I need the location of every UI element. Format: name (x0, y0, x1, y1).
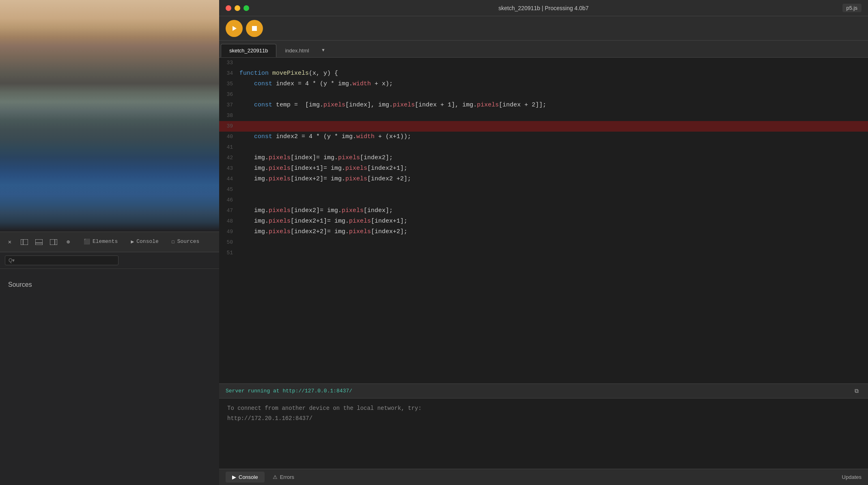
tab-console[interactable]: ▶ Console (124, 235, 165, 249)
tab-sketch[interactable]: sketch_220911b (221, 44, 276, 57)
code-line-47: 47 img.pixels[index2]= img.pixels[index]… (219, 206, 868, 216)
p5js-badge: p5.js (842, 4, 862, 12)
canvas-output (0, 0, 219, 232)
code-line-50: 50 (219, 237, 868, 248)
code-line-45: 45 (219, 184, 868, 195)
code-line-48: 48 img.pixels[index2+1]= img.pixels[inde… (219, 216, 868, 227)
console-output: To connect from another device on the lo… (219, 398, 868, 469)
code-line-38: 38 (219, 110, 868, 121)
svg-rect-2 (35, 239, 43, 245)
run-button[interactable] (226, 20, 243, 37)
code-line-35: 35 const index = 4 * (y * img.width + x)… (219, 79, 868, 89)
copy-icon[interactable]: ⧉ (852, 386, 862, 396)
panel-right-icon[interactable] (48, 236, 59, 248)
panel-bottom-icon[interactable] (33, 236, 45, 248)
code-line-36: 36 (219, 89, 868, 100)
code-line-46: 46 (219, 195, 868, 206)
window-title: sketch_220911b | Processing 4.0b7 (498, 5, 588, 11)
tab-sources[interactable]: ☐ Sources (165, 235, 206, 249)
search-input[interactable] (5, 255, 118, 265)
console-line-2: http://172.20.1.162:8437/ (227, 414, 860, 424)
server-status-text: Server running at http://127.0.0.1:8437/ (226, 388, 849, 394)
sources-panel-content: Sources (0, 269, 219, 301)
close-button[interactable] (226, 5, 231, 11)
code-editor: 33 34 function movePixels(x, y) { 35 con… (219, 58, 868, 383)
ide-toolbar (219, 16, 868, 41)
console-terminal-icon: ▶ (232, 474, 236, 480)
minimize-button[interactable] (235, 5, 240, 11)
code-line-33: 33 (219, 58, 868, 68)
console-tab-console[interactable]: ▶ Console (226, 472, 265, 483)
devtools-toolbar: ✕ ⊕ ⬛ Elements ▶ (0, 232, 219, 252)
tab-index-html[interactable]: index.html (276, 44, 317, 57)
close-devtools-icon[interactable]: ✕ (4, 236, 15, 248)
console-icon: ▶ (131, 238, 134, 245)
code-line-51: 51 (219, 248, 868, 258)
sources-label: Sources (8, 281, 32, 288)
code-line-49: 49 img.pixels[index2+2]= img.pixels[inde… (219, 227, 868, 237)
traffic-lights (226, 5, 249, 11)
elements-icon: ⬛ (84, 238, 90, 245)
tab-elements[interactable]: ⬛ Elements (77, 235, 124, 249)
inspect-icon[interactable]: ⊕ (62, 236, 74, 248)
maximize-button[interactable] (243, 5, 249, 11)
console-status-bar: Server running at http://127.0.0.1:8437/… (219, 384, 868, 398)
code-line-37: 37 const temp = [img.pixels[index], img.… (219, 100, 868, 110)
devtools-panel: ✕ ⊕ ⬛ Elements ▶ (0, 232, 219, 485)
console-line-1: To connect from another device on the lo… (227, 403, 860, 414)
sidebar-toggle-icon[interactable] (19, 236, 30, 248)
code-line-42: 42 img.pixels[index]= img.pixels[index2]… (219, 153, 868, 163)
tab-dropdown-button[interactable]: ▾ (318, 44, 329, 56)
devtools-tab-group: ⬛ Elements ▶ Console ☐ Sources (77, 235, 206, 249)
preview-panel (0, 0, 219, 232)
console-tab-group: ▶ Console ⚠ Errors (226, 472, 301, 483)
code-line-44: 44 img.pixels[index+2]= img.pixels[index… (219, 174, 868, 184)
console-bottom-tabs: ▶ Console ⚠ Errors Updates (219, 469, 868, 485)
svg-rect-0 (21, 239, 28, 245)
updates-button[interactable]: Updates (842, 474, 862, 480)
warning-icon: ⚠ (273, 474, 278, 480)
title-bar: sketch_220911b | Processing 4.0b7 p5.js (219, 0, 868, 16)
code-line-39: 39 (219, 121, 868, 132)
code-line-34: 34 function movePixels(x, y) { (219, 68, 868, 79)
stop-button[interactable] (246, 20, 263, 37)
console-area: Server running at http://127.0.0.1:8437/… (219, 383, 868, 485)
svg-marker-6 (233, 26, 237, 31)
svg-rect-7 (252, 26, 257, 31)
console-tab-errors[interactable]: ⚠ Errors (266, 472, 301, 483)
ide-tab-bar: sketch_220911b index.html ▾ (219, 41, 868, 58)
devtools-search-bar (0, 252, 219, 269)
code-line-41: 41 (219, 142, 868, 153)
file-icon: ☐ (172, 238, 175, 245)
svg-rect-4 (50, 239, 57, 245)
code-line-40: 40 const index2 = 4 * (y * img.width + (… (219, 132, 868, 142)
code-line-43: 43 img.pixels[index+1]= img.pixels[index… (219, 163, 868, 174)
ide-panel: sketch_220911b | Processing 4.0b7 p5.js … (219, 0, 868, 485)
